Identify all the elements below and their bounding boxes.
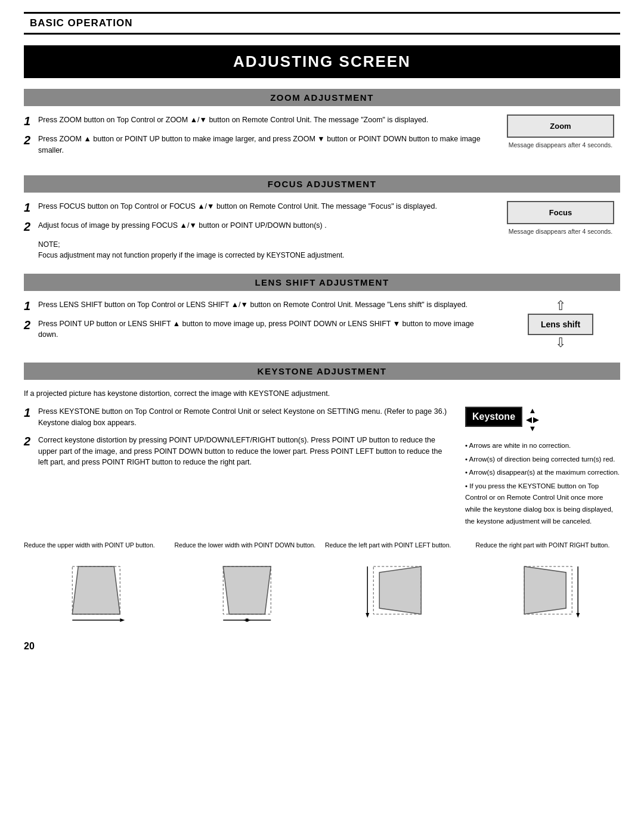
lens-shift-arrow-up-icon: ⇧ [555,299,566,312]
diagram-lower-svg [175,555,320,626]
keystone-diagrams: Reduce the upper width with POINT UP but… [24,541,620,628]
zoom-header-label: ZOOM ADJUSTMENT [24,92,620,103]
svg-marker-14 [524,566,566,614]
focus-section: FOCUS ADJUSTMENT 1 Press FOCUS button on… [24,175,620,261]
lens-shift-arrow-down-icon: ⇩ [555,336,566,349]
main-title: ADJUSTING SCREEN [24,52,620,71]
basic-operation-label: BASIC OPERATION [30,17,132,29]
lens-shift-display: ⇧ Lens shift ⇩ [528,299,593,349]
focus-note-label: NOTE; [38,240,60,249]
lens-shift-content: 1 Press LENS SHIFT button on Top Control… [24,299,620,349]
keystone-lr-arrows: ◀ ▶ [526,415,539,424]
focus-step-2: 2 Adjust focus of image by pressing FOCU… [24,220,489,233]
keystone-right-arrow-icon: ▶ [533,415,539,424]
diagram-upper-caption: Reduce the upper width with POINT UP but… [24,541,169,550]
zoom-step-1-num: 1 [24,114,35,128]
focus-step-1-num: 1 [24,201,35,214]
zoom-message-label: Zoom [550,122,571,131]
zoom-image: Zoom Message disappears after 4 seconds. [501,114,620,148]
zoom-steps: 1 Press ZOOM button on Top Control or ZO… [24,114,489,162]
zoom-step-2: 2 Press ZOOM ▲ button or POINT UP button… [24,134,489,156]
lens-shift-section: LENS SHIFT ADJUSTMENT 1 Press LENS SHIFT… [24,274,620,349]
keystone-left-arrow-icon: ◀ [526,415,532,424]
diagram-upper-svg [24,555,169,626]
diagram-lower-caption: Reduce the lower width with POINT DOWN b… [175,541,320,550]
lens-shift-header: LENS SHIFT ADJUSTMENT [24,274,620,291]
keystone-box-label: Keystone [472,411,515,422]
keystone-display-box: Keystone [465,407,522,427]
svg-marker-10 [379,566,421,614]
keystone-bullets-list: Arrows are white in no correction. Arrow… [465,440,620,527]
svg-marker-17 [576,613,580,618]
keystone-up-arrow-icon: ▲ [529,406,537,415]
focus-content: 1 Press FOCUS button on Top Control or F… [24,201,620,261]
keystone-step-1-text: Press KEYSTONE button on Top Control or … [38,406,453,429]
lens-shift-image: ⇧ Lens shift ⇩ [501,299,620,349]
focus-message-caption: Message disappears after 4 seconds. [509,228,613,235]
lens-shift-step-2-num: 2 [24,318,35,332]
diagram-right-svg [476,555,621,626]
svg-marker-13 [366,613,369,618]
focus-steps: 1 Press FOCUS button on Top Control or F… [24,201,489,261]
lens-shift-step-1-num: 1 [24,299,35,312]
zoom-step-1-text: Press ZOOM button on Top Control or ZOOM… [38,114,428,126]
keystone-intro: If a projected picture has keystone dist… [24,388,620,400]
keystone-header-label: KEYSTONE ADJUSTMENT [24,366,620,376]
zoom-header: ZOOM ADJUSTMENT [24,89,620,106]
zoom-step-1: 1 Press ZOOM button on Top Control or ZO… [24,114,489,128]
keystone-step-2-text: Correct keystone distortion by pressing … [38,435,453,468]
page-number: 20 [24,641,620,652]
focus-message-label: Focus [549,208,572,217]
basic-operation-header: BASIC OPERATION [24,12,620,35]
lens-shift-step-2: 2 Press POINT UP button or LENS SHIFT ▲ … [24,318,489,341]
keystone-step-1-num: 1 [24,406,35,419]
focus-note-text: Focus adjustment may not function proper… [38,251,344,259]
lens-shift-step-1-text: Press LENS SHIFT button on Top Control o… [38,299,467,311]
zoom-message-caption: Message disappears after 4 seconds. [509,141,613,148]
lens-shift-step-1: 1 Press LENS SHIFT button on Top Control… [24,299,489,312]
diagram-lower: Reduce the lower width with POINT DOWN b… [175,541,320,628]
diagram-right: Reduce the right part with POINT RIGHT b… [476,541,621,628]
lens-shift-label: Lens shift [541,320,580,329]
zoom-section: ZOOM ADJUSTMENT 1 Press ZOOM button on T… [24,89,620,162]
lens-shift-header-label: LENS SHIFT ADJUSTMENT [24,277,620,287]
svg-marker-0 [72,566,120,614]
focus-message-box: Focus [507,201,614,224]
diagram-left-svg [325,555,470,626]
zoom-step-2-num: 2 [24,134,35,147]
zoom-message-box: Zoom [507,114,614,138]
svg-marker-4 [223,566,271,614]
focus-step-1-text: Press FOCUS button on Top Control or FOC… [38,201,437,212]
svg-marker-3 [120,618,125,622]
keystone-bullet-1: Arrow(s) of direction being corrected tu… [465,454,620,466]
keystone-header: KEYSTONE ADJUSTMENT [24,363,620,380]
focus-header: FOCUS ADJUSTMENT [24,175,620,193]
diagram-left-caption: Reduce the left part with POINT LEFT but… [325,541,470,550]
keystone-arrows: ▲ ◀ ▶ ▼ [526,406,539,433]
main-title-bar: ADJUSTING SCREEN [24,45,620,78]
focus-step-2-text: Adjust focus of image by pressing FOCUS … [38,220,327,231]
diagram-right-caption: Reduce the right part with POINT RIGHT b… [476,541,621,550]
focus-image: Focus Message disappears after 4 seconds… [501,201,620,235]
keystone-step-1: 1 Press KEYSTONE button on Top Control o… [24,406,453,429]
keystone-bullet-0: Arrows are white in no correction. [465,440,620,452]
keystone-steps: 1 Press KEYSTONE button on Top Control o… [24,406,453,474]
keystone-section: KEYSTONE ADJUSTMENT If a projected pictu… [24,363,620,628]
focus-step-1: 1 Press FOCUS button on Top Control or F… [24,201,489,214]
zoom-step-2-text: Press ZOOM ▲ button or POINT UP button t… [38,134,489,156]
lens-shift-step-2-text: Press POINT UP button or LENS SHIFT ▲ bu… [38,318,489,341]
keystone-display-area: Keystone ▲ ◀ ▶ ▼ [465,406,620,433]
lens-shift-steps: 1 Press LENS SHIFT button on Top Control… [24,299,489,347]
keystone-content: 1 Press KEYSTONE button on Top Control o… [24,406,620,529]
focus-header-label: FOCUS ADJUSTMENT [24,179,620,189]
diagram-left: Reduce the left part with POINT LEFT but… [325,541,470,628]
lens-shift-box: Lens shift [528,314,593,335]
keystone-bullet-3: If you press the KEYSTONE button on Top … [465,481,620,527]
keystone-right-panel: Keystone ▲ ◀ ▶ ▼ Arrows are white in no … [465,406,620,529]
keystone-down-arrow-icon: ▼ [529,424,537,433]
focus-note: NOTE; Focus adjustment may not function … [38,239,489,261]
focus-step-2-num: 2 [24,220,35,233]
keystone-step-2-num: 2 [24,435,35,448]
diagram-upper: Reduce the upper width with POINT UP but… [24,541,169,628]
zoom-content: 1 Press ZOOM button on Top Control or ZO… [24,114,620,162]
